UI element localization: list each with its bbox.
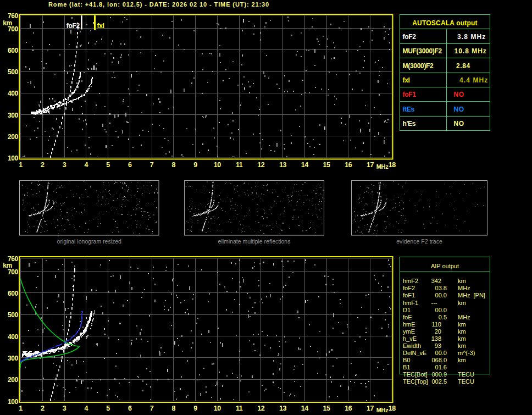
svg-text:hmF1: hmF1 [403, 300, 418, 306]
svg-text:12: 12 [257, 161, 264, 169]
svg-text:foF2: foF2 [66, 22, 80, 30]
svg-text:5: 5 [106, 405, 110, 412]
svg-text:03.8: 03.8 [435, 285, 447, 291]
svg-text:MHz: MHz [458, 292, 470, 298]
svg-text:300: 300 [8, 112, 19, 119]
svg-text:13: 13 [279, 405, 286, 412]
svg-text:12: 12 [257, 405, 264, 412]
svg-text:200: 200 [8, 133, 19, 141]
svg-text:km: km [458, 328, 466, 335]
svg-text:400: 400 [8, 333, 19, 341]
svg-text:MHz: MHz [376, 163, 389, 170]
svg-text:km: km [458, 278, 466, 284]
svg-text:300: 300 [8, 355, 19, 362]
svg-text:M(3000)F2: M(3000)F2 [403, 62, 434, 70]
svg-text:9: 9 [193, 405, 197, 412]
svg-text:13: 13 [279, 161, 286, 169]
svg-text:NO: NO [454, 120, 464, 128]
svg-text:93: 93 [435, 342, 441, 349]
svg-text:evidence F2 trace: evidence F2 trace [396, 238, 442, 245]
svg-text:MHz: MHz [376, 407, 389, 413]
svg-text:3.8 MHz: 3.8 MHz [457, 33, 486, 41]
svg-text:8: 8 [172, 161, 176, 169]
svg-text:1: 1 [19, 161, 23, 169]
svg-text:18: 18 [389, 405, 396, 412]
svg-text:Ewidth: Ewidth [403, 342, 421, 349]
svg-text:200: 200 [8, 376, 19, 384]
svg-text:18: 18 [389, 161, 396, 169]
svg-text:4: 4 [85, 161, 88, 169]
svg-text:600: 600 [8, 290, 19, 297]
svg-text:4.4 MHz: 4.4 MHz [459, 76, 488, 84]
svg-text:01.6: 01.6 [435, 364, 447, 370]
svg-text:2: 2 [41, 161, 45, 169]
svg-text:10: 10 [214, 161, 221, 169]
svg-text:00.0: 00.0 [435, 292, 447, 298]
svg-text:km: km [458, 321, 466, 328]
svg-text:400: 400 [8, 90, 19, 97]
svg-text:ftEs: ftEs [403, 106, 415, 113]
svg-text:342: 342 [431, 278, 441, 284]
svg-text:9: 9 [193, 161, 197, 169]
svg-text:Rome (lat: +41.8, lon: 012.5): Rome (lat: +41.8, lon: 012.5) - DATE: 20… [48, 1, 269, 8]
svg-text:D1: D1 [403, 307, 411, 313]
svg-text:00.0: 00.0 [435, 350, 447, 356]
svg-text:original ionogram resized: original ionogram resized [57, 238, 121, 245]
svg-text:16: 16 [345, 405, 352, 412]
svg-text:6: 6 [128, 405, 132, 412]
svg-text:3: 3 [63, 161, 66, 169]
svg-text:17: 17 [367, 161, 374, 169]
svg-text:NO: NO [454, 91, 464, 98]
svg-text:foF2: foF2 [403, 285, 415, 291]
svg-text:AUTOSCALA output: AUTOSCALA output [412, 19, 478, 27]
svg-text:km: km [3, 19, 12, 27]
svg-text:TEC[Top]: TEC[Top] [403, 378, 428, 385]
svg-text:0.5: 0.5 [439, 314, 447, 320]
svg-text:4: 4 [85, 405, 88, 412]
svg-text:h'Es: h'Es [403, 120, 416, 128]
svg-text:2: 2 [41, 405, 45, 412]
svg-text:15: 15 [323, 161, 330, 169]
svg-text:foE: foE [403, 314, 412, 320]
svg-text:6: 6 [128, 161, 132, 169]
svg-text:7: 7 [150, 405, 154, 412]
svg-text:068.0: 068.0 [431, 357, 447, 363]
svg-text:foF2: foF2 [403, 33, 417, 41]
svg-text:fxI: fxI [403, 76, 410, 84]
svg-text:2.84: 2.84 [456, 62, 470, 70]
svg-text:h_vE: h_vE [403, 335, 417, 342]
svg-text:hmF2: hmF2 [403, 278, 418, 284]
svg-text:100: 100 [8, 154, 19, 162]
svg-text:10.8 MHz: 10.8 MHz [455, 47, 487, 55]
svg-text:500: 500 [8, 311, 19, 319]
svg-text:B1: B1 [403, 364, 410, 370]
svg-text:MHz: MHz [458, 314, 470, 320]
svg-text:11: 11 [236, 405, 243, 412]
svg-text:m^(-3): m^(-3) [458, 350, 475, 356]
svg-text:---: --- [431, 300, 437, 306]
svg-text:km: km [458, 300, 466, 306]
svg-text:002.5: 002.5 [431, 378, 447, 385]
svg-text:760: 760 [8, 12, 19, 20]
svg-text:fxI: fxI [97, 22, 104, 30]
svg-text:00.0: 00.0 [435, 307, 447, 313]
svg-text:20: 20 [435, 328, 441, 335]
svg-text:10: 10 [214, 405, 221, 412]
svg-text:[PN]: [PN] [474, 292, 485, 298]
svg-text:17: 17 [367, 405, 374, 412]
svg-text:MUF(3000)F2: MUF(3000)F2 [403, 47, 442, 55]
svg-text:eliminate multiple reflections: eliminate multiple reflections [218, 238, 291, 245]
svg-text:138: 138 [431, 335, 441, 342]
svg-text:14: 14 [301, 161, 308, 169]
svg-text:500: 500 [8, 68, 19, 76]
svg-text:100: 100 [8, 398, 19, 406]
svg-text:km: km [3, 262, 12, 269]
svg-text:B0: B0 [403, 357, 410, 363]
svg-text:15: 15 [323, 405, 330, 412]
svg-text:3: 3 [63, 405, 66, 412]
svg-text:14: 14 [301, 405, 308, 412]
svg-text:110: 110 [431, 321, 441, 328]
svg-text:TECU: TECU [458, 378, 474, 385]
svg-text:MHz: MHz [458, 285, 470, 291]
svg-text:600: 600 [8, 47, 19, 54]
